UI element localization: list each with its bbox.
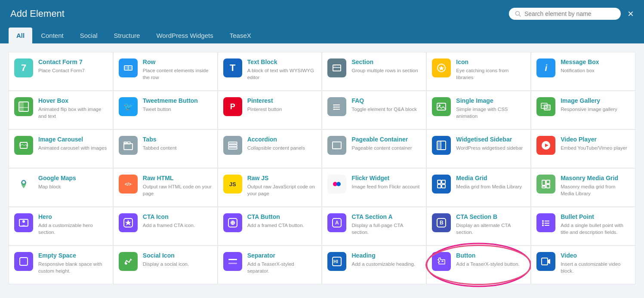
element-card-text-block[interactable]: T Text Block A block of text with WYSIWY… xyxy=(218,52,322,91)
element-desc: Add a customizable heading. xyxy=(351,261,421,267)
element-desc: WordPress widgetised sidebar xyxy=(456,144,525,151)
element-card-hover-box[interactable]: Hover Box Animated flip box with image a… xyxy=(9,91,113,129)
element-card-tabs[interactable]: Tabs Tabbed content xyxy=(113,129,218,168)
tab-wordpress-widgets[interactable]: WordPress Widgets xyxy=(148,28,221,43)
header-right: × xyxy=(509,8,634,20)
element-info: Tweetmeme Button Tweet button xyxy=(143,97,212,113)
element-icon xyxy=(536,213,555,232)
element-desc: Add a TeaserX-styled button. xyxy=(456,261,525,267)
element-icon xyxy=(536,252,555,271)
element-desc: Eye catching icons from libraries xyxy=(456,67,525,81)
element-name: Pageable Container xyxy=(351,136,421,143)
tab-structure[interactable]: Structure xyxy=(106,28,148,43)
element-icon xyxy=(119,136,138,155)
svg-rect-34 xyxy=(437,141,441,150)
element-icon xyxy=(14,97,33,116)
element-card-google-maps[interactable]: Google Maps Map block xyxy=(9,168,113,207)
element-name: Video Player xyxy=(561,136,630,143)
element-desc: Toggle element for Q&A block xyxy=(351,106,421,113)
element-card-image-carousel[interactable]: Image Carousel Animated carousel with im… xyxy=(9,129,113,168)
element-card-row[interactable]: Row Place content elements inside the ro… xyxy=(113,52,218,91)
element-icon xyxy=(119,213,138,232)
element-desc: Insert a customizable video block. xyxy=(561,261,630,274)
search-box xyxy=(509,8,621,20)
element-card-video[interactable]: Video Insert a customizable video block. xyxy=(531,246,635,284)
element-info: Image Carousel Animated carousel with im… xyxy=(38,136,108,151)
tab-teasex[interactable]: TeaseX xyxy=(222,28,259,43)
element-name: Social Icon xyxy=(143,252,212,259)
element-card-pinterest[interactable]: P Pinterest Pinterest button xyxy=(218,91,322,129)
element-card-cta-icon[interactable]: CTA Icon Add a framed CTA icon. xyxy=(113,207,218,246)
element-card-accordion[interactable]: Accordion Collapsible content panels xyxy=(218,129,322,168)
element-card-section[interactable]: + Section Group multiple rows in section xyxy=(322,52,426,91)
element-name: CTA Button xyxy=(247,213,317,221)
svg-text:B: B xyxy=(440,220,444,226)
element-card-raw-html[interactable]: </> Raw HTML Output raw HTML code on you… xyxy=(113,168,218,207)
svg-rect-25 xyxy=(127,142,130,144)
element-card-pageable-container[interactable]: Pageable Container Pageable content cont… xyxy=(322,129,426,168)
element-card-flickr-widget[interactable]: Flickr Widget Image feed from Flickr acc… xyxy=(322,168,426,207)
element-name: Bullet Point xyxy=(561,213,630,221)
element-icon xyxy=(432,136,451,155)
element-name: Widgetised Sidebar xyxy=(456,136,525,143)
tab-social[interactable]: Social xyxy=(72,28,105,43)
element-name: Raw HTML xyxy=(143,175,212,182)
element-info: Google Maps Map block xyxy=(38,175,108,190)
element-card-empty-space[interactable]: Empty Space Responsive blank space with … xyxy=(9,246,113,284)
element-card-media-grid[interactable]: Media Grid Media grid from Media Library xyxy=(426,168,531,207)
element-info: Image Gallery Responsive image gallery xyxy=(561,97,630,113)
element-card-separator[interactable]: Separator Add a TeaserX-styled separator… xyxy=(218,246,322,284)
element-card-single-image[interactable]: Single Image Simple image with CSS anima… xyxy=(426,91,531,129)
element-card-hero[interactable]: Hero Add a customizable hero section. xyxy=(9,207,113,246)
element-card-raw-js[interactable]: JS Raw JS Output raw JavaScript code on … xyxy=(218,168,322,207)
element-card-tweetmeme-button[interactable]: 🐦 Tweetmeme Button Tweet button xyxy=(113,91,218,129)
element-desc: Image feed from Flickr account xyxy=(351,183,421,190)
element-card-cta-button[interactable]: CTA Button Add a framed CTA button. xyxy=(218,207,322,246)
element-card-bullet-point[interactable]: Bullet Point Add a single bullet point w… xyxy=(531,207,635,246)
element-info: Contact Form 7 Place Contact Form7 xyxy=(38,58,108,74)
element-name: Flickr Widget xyxy=(351,175,421,182)
element-card-image-gallery[interactable]: Image Gallery Responsive image gallery xyxy=(531,91,635,129)
element-card-icon[interactable]: Icon Eye catching icons from libraries xyxy=(426,52,531,91)
element-desc: Add a TeaserX-styled separator. xyxy=(247,261,317,274)
element-info: Video Player Embed YouTube/Vimeo player xyxy=(561,136,630,151)
close-button[interactable]: × xyxy=(628,8,634,20)
svg-point-19 xyxy=(439,104,441,106)
element-name: Pinterest xyxy=(247,97,317,104)
element-card-cta-section-b[interactable]: B CTA Section B Display an alternate CTA… xyxy=(426,207,531,246)
element-info: Raw HTML Output raw HTML code on your pa… xyxy=(143,175,212,197)
element-name: Image Carousel xyxy=(38,136,108,143)
element-info: Masonry Media Grid Masonry media grid fr… xyxy=(561,175,630,197)
element-card-button[interactable]: Button Add a TeaserX-styled button. xyxy=(426,246,531,284)
element-card-video-player[interactable]: Video Player Embed YouTube/Vimeo player xyxy=(531,129,635,168)
element-card-widgetised-sidebar[interactable]: Widgetised Sidebar WordPress widgetised … xyxy=(426,129,531,168)
element-card-social-icon[interactable]: Social Icon Display a social icon. xyxy=(113,246,218,284)
element-name: Hover Box xyxy=(38,97,108,104)
element-desc: Collapsible content panels xyxy=(247,144,317,151)
svg-text:+: + xyxy=(334,65,336,67)
element-info: Widgetised Sidebar WordPress widgetised … xyxy=(456,136,525,151)
element-icon: JS xyxy=(223,175,242,194)
search-input[interactable] xyxy=(524,10,610,17)
element-card-heading[interactable]: HI Heading Add a customizable heading. xyxy=(322,246,426,284)
element-card-faq[interactable]: FAQ Toggle element for Q&A block xyxy=(322,91,426,129)
svg-rect-71 xyxy=(228,263,237,264)
svg-marker-53 xyxy=(125,220,131,225)
element-desc: Responsive blank space with custom heigh… xyxy=(38,261,108,274)
element-info: Separator Add a TeaserX-styled separator… xyxy=(247,252,317,274)
element-desc: Place content elements inside the row xyxy=(143,67,212,81)
element-info: Single Image Simple image with CSS anima… xyxy=(456,97,525,120)
element-name: Accordion xyxy=(247,136,317,143)
element-card-contact-form-7[interactable]: 7 Contact Form 7 Place Contact Form7 xyxy=(9,52,113,91)
element-card-masonry-media-grid[interactable]: Masonry Media Grid Masonry media grid fr… xyxy=(531,168,635,207)
element-icon: B xyxy=(432,213,451,232)
element-desc: Simple image with CSS animation xyxy=(456,106,525,120)
svg-rect-48 xyxy=(546,184,550,188)
element-card-message-box[interactable]: i Message Box Notification box xyxy=(531,52,635,91)
element-icon xyxy=(327,175,346,194)
svg-rect-24 xyxy=(124,142,127,144)
element-icon xyxy=(327,136,346,155)
tab-all[interactable]: All xyxy=(9,28,32,43)
element-card-cta-section-a[interactable]: A CTA Section A Display a full-page CTA … xyxy=(322,207,426,246)
tab-content[interactable]: Content xyxy=(33,28,71,43)
